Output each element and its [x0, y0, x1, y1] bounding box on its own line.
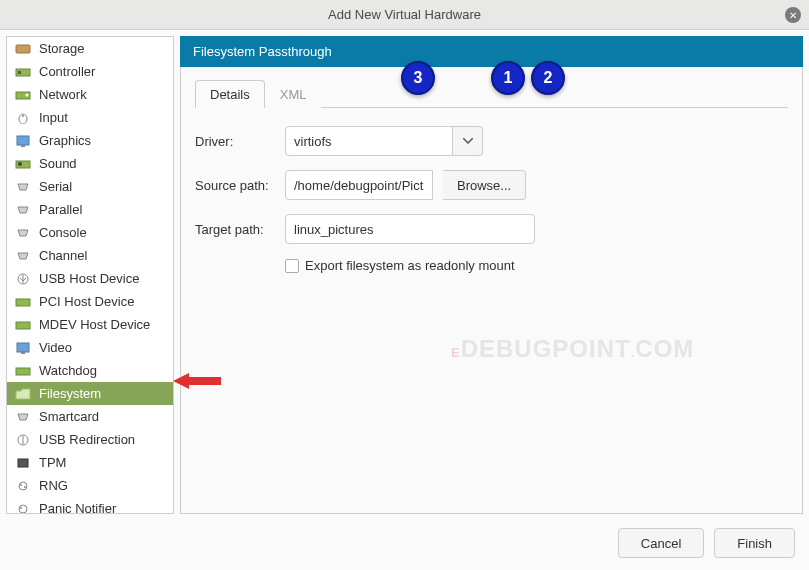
browse-button[interactable]: Browse... [443, 170, 526, 200]
svg-point-22 [19, 505, 27, 513]
sidebar-item-storage[interactable]: Storage [7, 37, 173, 60]
sidebar-item-sound[interactable]: Sound [7, 152, 173, 175]
row-target: Target path: 3 [195, 214, 788, 244]
pci-icon [15, 295, 31, 309]
readonly-label: Export filesystem as readonly mount [305, 258, 515, 273]
rng-icon [15, 479, 31, 493]
svg-rect-12 [16, 299, 30, 306]
sidebar-item-usb[interactable]: USB Host Device [7, 267, 173, 290]
hardware-sidebar: StorageControllerNetworkInputGraphicsSou… [6, 36, 174, 514]
sidebar-item-input[interactable]: Input [7, 106, 173, 129]
serial-icon [15, 180, 31, 194]
annotation-3: 3 [401, 61, 435, 95]
footer: Cancel Finish [0, 520, 809, 566]
sidebar-item-graphics[interactable]: Graphics [7, 129, 173, 152]
sound-icon [15, 157, 31, 171]
sidebar-item-label: Controller [39, 64, 95, 79]
tab-details[interactable]: Details [195, 80, 265, 108]
sidebar-item-video[interactable]: Video [7, 336, 173, 359]
svg-rect-16 [16, 368, 30, 375]
main-panel: Filesystem Passthrough Details XML Drive… [180, 36, 803, 514]
sidebar-item-watchdog[interactable]: Watchdog [7, 359, 173, 382]
sidebar-item-label: Smartcard [39, 409, 99, 424]
svg-rect-0 [16, 45, 30, 53]
panel-body: Details XML Driver: virtiofs 1 Source pa… [180, 67, 803, 514]
readonly-checkbox[interactable] [285, 259, 299, 273]
sidebar-item-label: Console [39, 225, 87, 240]
sidebar-item-usb-redir[interactable]: USB Redirection [7, 428, 173, 451]
target-path-input[interactable] [285, 214, 535, 244]
driver-select[interactable]: virtiofs [285, 126, 483, 156]
annotation-1: 1 [491, 61, 525, 95]
driver-value: virtiofs [285, 126, 453, 156]
sidebar-item-label: USB Redirection [39, 432, 135, 447]
sidebar-item-parallel[interactable]: Parallel [7, 198, 173, 221]
sidebar-item-label: PCI Host Device [39, 294, 134, 309]
sidebar-item-label: Network [39, 87, 87, 102]
sidebar-item-console[interactable]: Console [7, 221, 173, 244]
graphics-icon [15, 134, 31, 148]
tab-xml[interactable]: XML [265, 80, 322, 108]
source-label: Source path: [195, 178, 275, 193]
sidebar-item-label: USB Host Device [39, 271, 139, 286]
svg-point-10 [18, 162, 22, 166]
panel-title: Filesystem Passthrough [180, 36, 803, 67]
close-icon[interactable]: ✕ [785, 7, 801, 23]
sidebar-item-label: Sound [39, 156, 77, 171]
sidebar-item-label: Storage [39, 41, 85, 56]
svg-rect-18 [18, 459, 28, 467]
row-source: Source path: Browse... 2 [195, 170, 788, 200]
parallel-icon [15, 203, 31, 217]
sidebar-item-mdev[interactable]: MDEV Host Device [7, 313, 173, 336]
arrow-annotation [173, 371, 221, 391]
svg-rect-8 [21, 145, 25, 147]
svg-rect-15 [21, 352, 25, 354]
sidebar-item-controller[interactable]: Controller [7, 60, 173, 83]
row-driver: Driver: virtiofs 1 [195, 126, 788, 156]
target-label: Target path: [195, 222, 275, 237]
channel-icon [15, 249, 31, 263]
sidebar-item-label: Video [39, 340, 72, 355]
mdev-icon [15, 318, 31, 332]
storage-icon [15, 42, 31, 56]
sidebar-item-panic[interactable]: Panic Notifier [7, 497, 173, 514]
sidebar-item-serial[interactable]: Serial [7, 175, 173, 198]
sidebar-item-label: Parallel [39, 202, 82, 217]
sidebar-item-pci[interactable]: PCI Host Device [7, 290, 173, 313]
sidebar-item-label: Panic Notifier [39, 501, 116, 514]
svg-point-20 [20, 484, 22, 486]
filesystem-icon [15, 387, 31, 401]
sidebar-item-tpm[interactable]: TPM [7, 451, 173, 474]
sidebar-item-label: Watchdog [39, 363, 97, 378]
sidebar-item-network[interactable]: Network [7, 83, 173, 106]
sidebar-item-label: Graphics [39, 133, 91, 148]
sidebar-item-label: RNG [39, 478, 68, 493]
sidebar-item-filesystem[interactable]: Filesystem [7, 382, 173, 405]
source-path-input[interactable] [285, 170, 433, 200]
content-area: StorageControllerNetworkInputGraphicsSou… [0, 30, 809, 520]
svg-rect-2 [18, 71, 21, 74]
svg-rect-13 [16, 322, 30, 329]
chevron-down-icon[interactable] [453, 126, 483, 156]
input-icon [15, 111, 31, 125]
controller-icon [15, 65, 31, 79]
tpm-icon [15, 456, 31, 470]
sidebar-item-rng[interactable]: RNG [7, 474, 173, 497]
console-icon [15, 226, 31, 240]
annotation-2: 2 [531, 61, 565, 95]
svg-point-23 [20, 507, 22, 509]
sidebar-item-label: Filesystem [39, 386, 101, 401]
panic-icon [15, 502, 31, 515]
usb-icon [15, 272, 31, 286]
watchdog-icon [15, 364, 31, 378]
sidebar-item-label: Input [39, 110, 68, 125]
svg-point-6 [22, 115, 24, 117]
finish-button[interactable]: Finish [714, 528, 795, 558]
sidebar-item-channel[interactable]: Channel [7, 244, 173, 267]
smartcard-icon [15, 410, 31, 424]
usb-redir-icon [15, 433, 31, 447]
sidebar-item-label: Channel [39, 248, 87, 263]
watermark: EDEBUGPOINT.COMDEBUGPOINT.COM [451, 335, 694, 363]
sidebar-item-smartcard[interactable]: Smartcard [7, 405, 173, 428]
cancel-button[interactable]: Cancel [618, 528, 704, 558]
